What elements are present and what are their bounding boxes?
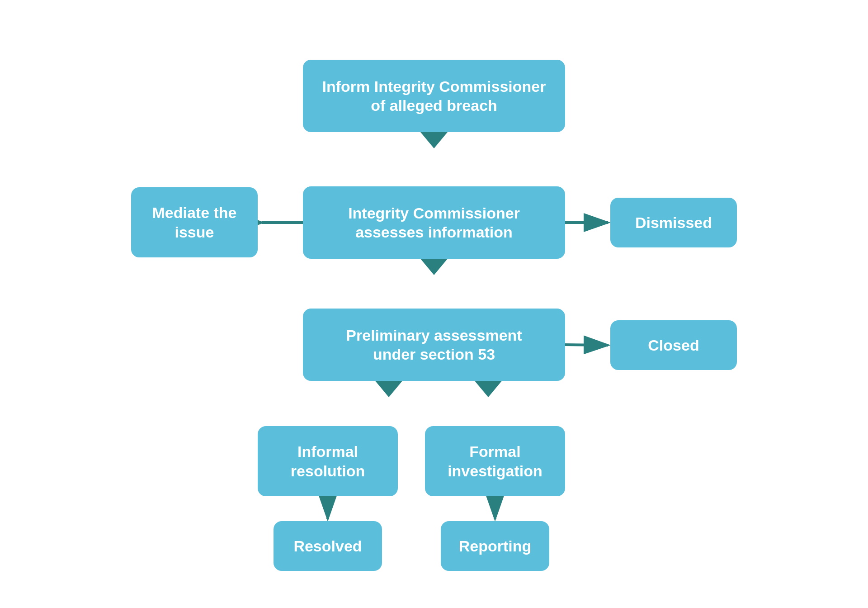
box-dismissed: Dismissed: [610, 198, 737, 247]
box-prelim: Preliminary assessmentunder section 53: [303, 309, 565, 381]
box-resolved: Resolved: [274, 521, 382, 571]
box-informal: Informalresolution: [258, 426, 398, 496]
box-assess: Integrity Commissionerassesses informati…: [303, 186, 565, 259]
box-dismissed-label: Dismissed: [635, 213, 712, 233]
box-informal-label: Informalresolution: [291, 442, 365, 480]
box-closed-label: Closed: [648, 336, 699, 355]
box-assess-label: Integrity Commissionerassesses informati…: [348, 204, 520, 242]
box-mediate: Mediate theissue: [131, 187, 258, 257]
svg-line-4: [565, 345, 608, 345]
box-inform-label: Inform Integrity Commissionerof alleged …: [322, 77, 546, 115]
box-mediate-label: Mediate theissue: [152, 203, 236, 242]
arrow-down-2: [420, 259, 448, 275]
box-formal: Formalinvestigation: [425, 426, 565, 496]
box-formal-label: Formalinvestigation: [448, 442, 542, 480]
box-reporting-label: Reporting: [459, 537, 532, 556]
flowchart-diagram: Inform Integrity Commissionerof alleged …: [118, 33, 750, 575]
box-prelim-label: Preliminary assessmentunder section 53: [346, 326, 522, 364]
arrow-down-3-left: [375, 381, 402, 397]
box-reporting: Reporting: [441, 521, 549, 571]
arrow-down-1: [420, 132, 448, 148]
box-closed: Closed: [610, 320, 737, 370]
arrow-down-3-right: [475, 381, 502, 397]
box-inform: Inform Integrity Commissionerof alleged …: [303, 60, 565, 132]
box-resolved-label: Resolved: [293, 537, 362, 556]
